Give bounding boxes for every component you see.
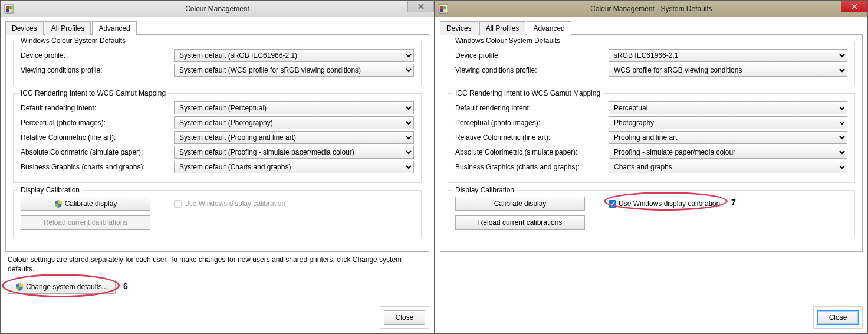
- group-label: Display Calibration: [453, 186, 517, 194]
- tab-advanced[interactable]: Advanced: [92, 21, 136, 35]
- calibrate-display-button[interactable]: Calibrate display: [21, 197, 150, 211]
- tab-devices[interactable]: Devices: [440, 21, 478, 35]
- group-display-calibration: Display Calibration Calibrate display Us…: [13, 190, 422, 237]
- tab-bar: Devices All Profiles Advanced: [5, 21, 429, 35]
- tab-bar: Devices All Profiles Advanced: [440, 21, 863, 35]
- settings-note: Colour settings are stored separately fo…: [8, 256, 427, 274]
- group-label: Windows Colour System Defaults: [453, 37, 563, 45]
- uac-shield-icon: [54, 199, 63, 208]
- svg-rect-1: [6, 6, 9, 9]
- svg-rect-8: [440, 6, 443, 9]
- group-icc-mapping: ICC Rendering Intent to WCS Gamut Mappin…: [13, 93, 422, 183]
- window-close-button[interactable]: [407, 1, 434, 12]
- tab-panel-advanced: Windows Colour System Defaults Device pr…: [5, 35, 429, 252]
- label-viewing-conditions: Viewing conditions profile:: [455, 66, 609, 74]
- titlebar[interactable]: Colour Management - System Defaults: [435, 1, 867, 17]
- label-default-intent: Default rendering intent:: [455, 104, 609, 112]
- label-device-profile: Device profile:: [455, 51, 609, 60]
- label-perceptual: Perceptual (photo images):: [455, 119, 609, 127]
- reload-calibrations-button: Reload current calibrations: [21, 215, 150, 230]
- svg-rect-2: [9, 6, 12, 9]
- select-viewing-conditions[interactable]: WCS profile for sRGB viewing conditions: [609, 64, 847, 77]
- svg-rect-9: [443, 6, 446, 9]
- checkbox-label: Use Windows display calibration: [619, 199, 720, 208]
- tab-advanced[interactable]: Advanced: [527, 21, 571, 35]
- select-default-intent[interactable]: Perceptual: [609, 101, 847, 114]
- change-system-defaults-button[interactable]: Change system defaults...: [8, 280, 116, 294]
- use-windows-calibration-checkbox: Use Windows display calibration: [174, 199, 285, 208]
- svg-rect-10: [440, 9, 443, 12]
- label-biz-gfx: Business Graphics (charts and graphs):: [455, 163, 609, 171]
- label-device-profile: Device profile:: [21, 51, 174, 60]
- select-rel-color[interactable]: Proofing and line art: [609, 131, 847, 144]
- group-label: ICC Rendering Intent to WCS Gamut Mappin…: [18, 89, 168, 97]
- select-biz-gfx[interactable]: Charts and graphs: [609, 161, 847, 173]
- window-title: Colour Management: [1, 5, 434, 13]
- tab-all-profiles[interactable]: All Profiles: [479, 21, 526, 35]
- button-label: Reload current calibrations: [478, 218, 563, 227]
- label-viewing-conditions: Viewing conditions profile:: [21, 66, 174, 74]
- close-button[interactable]: Close: [817, 310, 859, 325]
- label-perceptual: Perceptual (photo images):: [21, 119, 174, 127]
- svg-rect-11: [443, 9, 446, 12]
- button-label: Calibrate display: [494, 199, 547, 208]
- colour-management-window: Colour Management Devices All Profiles A…: [0, 0, 435, 334]
- label-default-intent: Default rendering intent:: [21, 104, 174, 112]
- button-label: Change system defaults...: [26, 283, 108, 291]
- label-rel-color: Relative Colorimetric (line art):: [455, 133, 609, 142]
- colour-management-system-defaults-window: Colour Management - System Defaults Devi…: [435, 0, 868, 334]
- annotation-label: 6: [123, 281, 128, 291]
- group-label: ICC Rendering Intent to WCS Gamut Mappin…: [453, 89, 603, 97]
- group-wcs-defaults: Windows Colour System Defaults Device pr…: [448, 41, 855, 86]
- group-label: Display Calibration: [18, 186, 82, 194]
- tab-all-profiles[interactable]: All Profiles: [45, 21, 91, 35]
- checkbox-label: Use Windows display calibration: [184, 199, 285, 208]
- uac-shield-icon: [15, 283, 24, 291]
- label-biz-gfx: Business Graphics (charts and graphs):: [21, 163, 174, 171]
- group-wcs-defaults: Windows Colour System Defaults Device pr…: [13, 41, 422, 86]
- svg-rect-3: [6, 9, 9, 12]
- use-windows-calibration-checkbox[interactable]: Use Windows display calibration: [609, 199, 720, 208]
- titlebar[interactable]: Colour Management: [1, 1, 434, 17]
- select-abs-color[interactable]: System default (Proofing - simulate pape…: [174, 146, 414, 159]
- select-device-profile[interactable]: sRGB IEC61966-2.1: [609, 49, 847, 62]
- select-biz-gfx[interactable]: System default (Charts and graphs): [174, 161, 414, 173]
- select-device-profile[interactable]: System default (sRGB IEC61966-2.1): [174, 49, 414, 62]
- window-close-button[interactable]: [841, 1, 867, 12]
- label-abs-color: Absolute Colorimetric (simulate paper):: [21, 148, 174, 156]
- annotation-label: 7: [731, 198, 736, 207]
- close-button[interactable]: Close: [384, 310, 425, 325]
- button-label: Reload current calibrations: [44, 218, 128, 227]
- calibrate-display-button[interactable]: Calibrate display: [455, 197, 585, 211]
- group-icc-mapping: ICC Rendering Intent to WCS Gamut Mappin…: [448, 93, 855, 183]
- select-perceptual[interactable]: System default (Photography): [174, 116, 414, 129]
- svg-rect-4: [9, 9, 12, 12]
- label-abs-color: Absolute Colorimetric (simulate paper):: [455, 148, 609, 156]
- app-icon: [4, 4, 14, 14]
- select-abs-color[interactable]: Proofing - simulate paper/media colour: [609, 146, 847, 159]
- select-viewing-conditions[interactable]: System default (WCS profile for sRGB vie…: [174, 64, 414, 77]
- tab-devices[interactable]: Devices: [5, 21, 44, 35]
- button-label: Calibrate display: [65, 199, 117, 208]
- select-rel-color[interactable]: System default (Proofing and line art): [174, 131, 414, 144]
- group-display-calibration: Display Calibration Calibrate display Us…: [448, 190, 855, 237]
- group-label: Windows Colour System Defaults: [18, 37, 128, 45]
- select-perceptual[interactable]: Photography: [609, 116, 847, 129]
- select-default-intent[interactable]: System default (Perceptual): [174, 101, 414, 114]
- app-icon: [439, 4, 448, 14]
- label-rel-color: Relative Colorimetric (line art):: [21, 133, 174, 142]
- reload-calibrations-button[interactable]: Reload current calibrations: [455, 215, 585, 230]
- tab-panel-advanced: Windows Colour System Defaults Device pr…: [440, 35, 863, 252]
- window-title: Colour Management - System Defaults: [435, 5, 867, 13]
